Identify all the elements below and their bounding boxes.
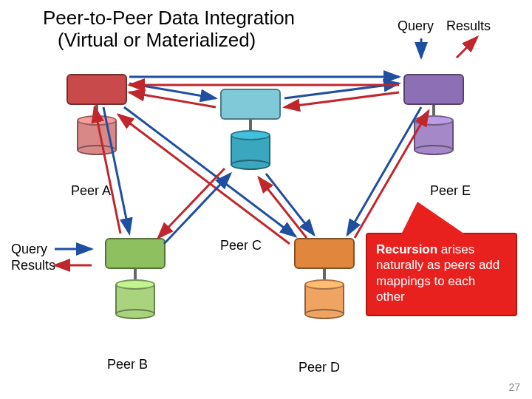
side-label-query: Query bbox=[11, 242, 47, 257]
slide-number: 27 bbox=[508, 381, 520, 393]
label-peer-b: Peer B bbox=[107, 357, 148, 372]
title-line2: (Virtual or Materialized) bbox=[43, 29, 256, 51]
recursion-callout: Recursion arises naturally as peers add … bbox=[366, 233, 517, 316]
callout-bold: Recursion bbox=[376, 242, 437, 256]
svg-line-15 bbox=[259, 177, 307, 238]
svg-line-1 bbox=[457, 37, 477, 58]
label-peer-d: Peer D bbox=[299, 360, 340, 375]
svg-line-18 bbox=[164, 174, 231, 244]
svg-line-6 bbox=[284, 83, 399, 98]
peer-d-node bbox=[294, 238, 355, 319]
svg-line-19 bbox=[158, 168, 225, 238]
peer-a-node bbox=[66, 74, 127, 155]
peer-b-node bbox=[105, 238, 166, 319]
peer-e-node bbox=[403, 74, 464, 155]
svg-line-7 bbox=[284, 92, 399, 107]
title-line1: Peer-to-Peer Data Integration bbox=[43, 7, 295, 29]
label-peer-e: Peer E bbox=[430, 183, 471, 199]
arrows-layer bbox=[0, 0, 532, 399]
label-peer-a: Peer A bbox=[71, 183, 111, 199]
legend: Query Results bbox=[393, 18, 495, 34]
label-peer-c: Peer C bbox=[220, 238, 262, 253]
peer-c-node bbox=[220, 89, 281, 170]
svg-line-5 bbox=[129, 92, 216, 107]
side-label-results: Results bbox=[11, 258, 55, 273]
svg-line-14 bbox=[266, 174, 314, 235]
slide-title: Peer-to-Peer Data Integration (Virtual o… bbox=[43, 7, 295, 52]
svg-line-4 bbox=[129, 83, 216, 98]
legend-query: Query bbox=[398, 18, 434, 34]
legend-results: Results bbox=[446, 18, 491, 34]
